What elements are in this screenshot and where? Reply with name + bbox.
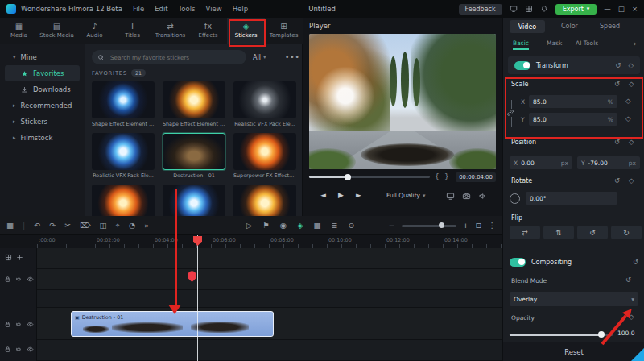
rotate-dial-icon[interactable] xyxy=(510,193,520,204)
corner-resize-handle[interactable] xyxy=(631,348,644,361)
previous-frame-button[interactable]: ◄ xyxy=(320,191,326,199)
snapping-icon[interactable]: ⊙ xyxy=(348,222,354,230)
delete-icon[interactable]: ⌦ xyxy=(80,222,90,230)
next-frame-button[interactable]: ► xyxy=(356,191,361,199)
preview-play-icon[interactable]: ▷ xyxy=(246,222,252,230)
reset-icon[interactable]: ↺ xyxy=(633,259,638,266)
menu-help[interactable]: Help xyxy=(233,5,248,13)
zoom-handle[interactable] xyxy=(439,222,444,228)
sticker-tile[interactable] xyxy=(233,185,296,216)
subtab-mask[interactable]: Mask xyxy=(547,39,562,47)
flip-vertical-button[interactable]: ⇅ xyxy=(543,226,574,239)
video-preview[interactable] xyxy=(309,34,496,169)
sticker-tile-selected[interactable] xyxy=(163,133,225,170)
eye-icon[interactable] xyxy=(27,321,34,328)
close-button[interactable]: × xyxy=(632,5,638,13)
redo-icon[interactable]: ↷ xyxy=(49,222,56,230)
tab-video[interactable]: Video xyxy=(510,20,545,33)
menu-tools[interactable]: Tools xyxy=(179,5,196,13)
track-row[interactable] xyxy=(37,340,502,361)
mute-icon[interactable] xyxy=(15,276,23,283)
notifications-icon[interactable] xyxy=(540,5,548,13)
tab-color[interactable]: Color xyxy=(561,23,578,30)
subtab-basic[interactable]: Basic xyxy=(513,39,529,50)
detach-audio-icon[interactable]: ◫ xyxy=(100,222,107,230)
tab-effects[interactable]: fxEffects xyxy=(189,18,227,44)
fit-timeline-icon[interactable]: ⊡ xyxy=(476,222,482,230)
keyframe-icon[interactable]: ◈ xyxy=(297,222,303,230)
position-y-field[interactable]: Y-79.00px xyxy=(577,156,640,169)
screen-record-icon[interactable] xyxy=(510,5,518,13)
sidebar-item-downloads[interactable]: Downloads xyxy=(5,81,80,98)
rotate-ccw-button[interactable]: ↺ xyxy=(577,226,608,239)
track-manager-icon[interactable] xyxy=(5,254,12,261)
filter-dropdown[interactable]: All▾ xyxy=(253,50,266,64)
mark-in-icon[interactable]: { xyxy=(435,172,440,180)
tab-transitions[interactable]: ⇄Transitions xyxy=(151,18,189,44)
tab-audio[interactable]: ♪Audio xyxy=(76,18,114,44)
sidebar-item-favorites[interactable]: Favorites xyxy=(5,65,80,81)
layout-icon[interactable] xyxy=(525,5,533,13)
zoom-out-icon[interactable]: − xyxy=(389,222,395,230)
export-button[interactable]: Export▾ xyxy=(555,4,597,15)
track-row[interactable] xyxy=(37,248,502,269)
mark-out-icon[interactable]: } xyxy=(444,172,449,180)
play-button[interactable]: ▶ xyxy=(338,191,344,199)
sticker-tile[interactable] xyxy=(92,81,155,118)
sticker-tile[interactable] xyxy=(92,185,155,216)
mute-icon[interactable] xyxy=(15,346,23,353)
sticker-tile[interactable] xyxy=(233,81,296,118)
flip-horizontal-button[interactable]: ⇄ xyxy=(510,226,540,239)
mute-icon[interactable] xyxy=(15,321,23,328)
tab-stock-media[interactable]: ▤Stock Media xyxy=(38,18,76,44)
quality-dropdown[interactable]: Full Quality▾ xyxy=(386,192,426,199)
menu-view[interactable]: View xyxy=(206,5,222,13)
timeline-menu-icon[interactable]: ⋮ xyxy=(489,222,497,230)
audio-mixer-icon[interactable]: ≣ xyxy=(331,222,337,230)
lock-icon[interactable] xyxy=(4,321,11,328)
blend-mode-dropdown[interactable]: Overlay▾ xyxy=(510,292,638,306)
undo-icon[interactable]: ↶ xyxy=(34,222,40,230)
eye-icon[interactable] xyxy=(27,346,34,353)
sidebar-item-recommended[interactable]: ▸Recommended xyxy=(5,98,80,114)
minimize-button[interactable]: — xyxy=(604,5,611,13)
manage-tracks-icon[interactable]: ▦ xyxy=(6,222,14,230)
rotate-field[interactable]: 0.00° xyxy=(526,192,617,205)
feedback-button[interactable]: Feedback xyxy=(459,4,502,15)
timeline-tracks[interactable]: ▣Destruction - 01 xyxy=(37,248,502,361)
seek-handle[interactable] xyxy=(345,174,351,180)
marker-icon[interactable]: ⚑ xyxy=(262,222,270,230)
display-device-icon[interactable] xyxy=(446,192,455,201)
sticker-tile[interactable] xyxy=(92,133,155,170)
reset-icon[interactable]: ↺ xyxy=(615,62,621,69)
tab-media[interactable]: ▦Media xyxy=(0,18,38,44)
lock-icon[interactable] xyxy=(4,346,11,353)
sidebar-item-stickers[interactable]: ▸Stickers xyxy=(5,114,80,130)
more-options-icon[interactable]: ••• xyxy=(285,50,300,64)
volume-icon[interactable] xyxy=(478,192,487,201)
render-preview-icon[interactable]: ▦ xyxy=(313,222,320,230)
transform-section-header[interactable]: Transform ↺◇ xyxy=(508,56,640,74)
keyframe-diamond-icon[interactable]: ◇ xyxy=(629,177,634,185)
sidebar-item-filmstock[interactable]: ▸Filmstock xyxy=(5,130,80,146)
timeline-clip-destruction[interactable]: ▣Destruction - 01 xyxy=(71,311,274,337)
position-x-field[interactable]: X0.00px xyxy=(510,156,572,169)
zoom-slider[interactable] xyxy=(402,225,456,227)
sidebar-item-mine[interactable]: ▾Mine xyxy=(5,49,80,65)
voiceover-record-icon[interactable]: ◉ xyxy=(280,222,287,230)
keyframe-diamond-icon[interactable]: ◇ xyxy=(628,62,634,69)
track-row[interactable] xyxy=(37,290,502,308)
search-input[interactable] xyxy=(109,53,241,62)
reset-icon[interactable]: ↺ xyxy=(614,139,620,146)
player-seek-bar[interactable] xyxy=(309,176,430,178)
add-track-icon[interactable] xyxy=(16,254,23,261)
eye-icon[interactable] xyxy=(27,276,34,283)
zoom-in-icon[interactable]: + xyxy=(463,222,469,230)
subtab-ai-tools[interactable]: AI Tools xyxy=(576,39,598,47)
sticker-tile[interactable] xyxy=(233,133,296,170)
more-tools-icon[interactable]: » xyxy=(144,222,149,230)
speed-icon[interactable]: ◔ xyxy=(129,222,135,230)
track-row[interactable] xyxy=(37,269,502,290)
tab-titles[interactable]: TTitles xyxy=(114,18,151,44)
transform-toggle[interactable] xyxy=(514,61,530,70)
